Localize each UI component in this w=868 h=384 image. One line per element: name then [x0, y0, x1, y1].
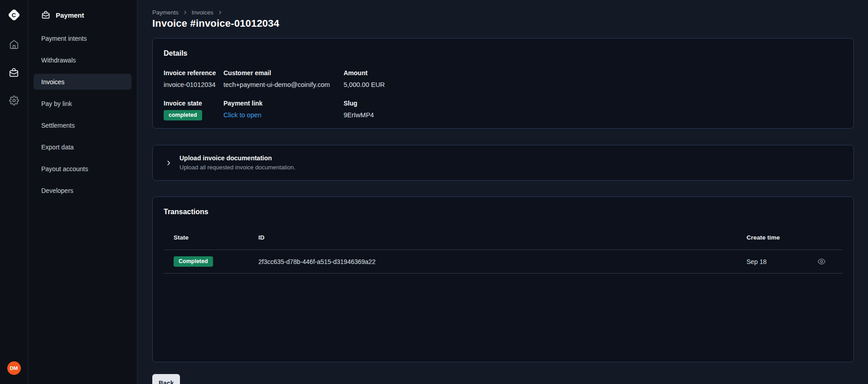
transaction-state-badge: Completed — [174, 256, 213, 267]
briefcase-icon — [9, 67, 19, 78]
field-label: Slug — [344, 100, 843, 107]
field-slug: Slug 9ErIwMP4 — [344, 100, 843, 120]
rail-nav — [8, 39, 20, 106]
chevron-right-icon — [218, 10, 223, 15]
sidebar: Payment Payment intents Withdrawals Invo… — [28, 0, 137, 384]
transaction-state-cell: Completed — [164, 256, 258, 267]
sidebar-item-export-data[interactable]: Export data — [34, 139, 131, 155]
payment-link[interactable]: Click to open — [223, 111, 344, 119]
transactions-card: Transactions State ID Create time Comple… — [152, 197, 854, 362]
breadcrumb-item-invoices[interactable]: Invoices — [192, 9, 213, 16]
page-title: Invoice #invoice-01012034 — [152, 18, 854, 29]
upload-title: Upload invoice documentation — [179, 154, 296, 162]
sidebar-item-payout-accounts[interactable]: Payout accounts — [34, 161, 131, 177]
upload-documentation-card[interactable]: Upload invoice documentation Upload all … — [152, 145, 854, 181]
breadcrumb-item-payments[interactable]: Payments — [152, 9, 179, 16]
table-header-row: State ID Create time — [164, 234, 843, 250]
sidebar-item-developers[interactable]: Developers — [34, 182, 131, 198]
rail-item-payment[interactable] — [8, 67, 20, 78]
sidebar-item-withdrawals[interactable]: Withdrawals — [34, 52, 131, 68]
field-label: Customer email — [223, 69, 344, 77]
gear-icon — [9, 96, 19, 106]
transactions-card-title: Transactions — [164, 208, 843, 216]
sidebar-item-settlements[interactable]: Settlements — [34, 117, 131, 133]
field-payment-link: Payment link Click to open — [223, 100, 344, 120]
field-label: Payment link — [223, 100, 344, 107]
field-value: tech+payment-ui-demo@coinify.com — [223, 81, 344, 89]
sidebar-item-pay-by-link[interactable]: Pay by link — [34, 96, 131, 111]
field-label: Invoice state — [164, 100, 223, 107]
details-card-title: Details — [164, 49, 843, 58]
briefcase-icon — [41, 10, 50, 19]
back-button[interactable]: Back — [152, 374, 180, 384]
sidebar-section-title: Payment — [56, 11, 84, 19]
icon-rail: C DM — [0, 0, 28, 384]
field-customer-email: Customer email tech+payment-ui-demo@coin… — [223, 69, 344, 89]
details-card: Details Invoice reference invoice-010120… — [152, 38, 854, 129]
rail-item-settings[interactable] — [8, 95, 20, 106]
column-header-id: ID — [258, 234, 737, 241]
invoice-state-badge: completed — [164, 110, 202, 120]
home-icon — [9, 39, 19, 49]
transaction-create-time-cell: Sep 18 — [737, 258, 814, 265]
field-invoice-reference: Invoice reference invoice-01012034 — [164, 69, 223, 89]
breadcrumb: Payments Invoices — [152, 9, 854, 16]
upload-subtitle: Upload all requested invoice documentati… — [179, 164, 296, 171]
field-value: 9ErIwMP4 — [344, 111, 843, 119]
upload-text: Upload invoice documentation Upload all … — [179, 154, 296, 171]
transaction-id-cell: 2f3cc635-d78b-446f-a515-d31946369a22 — [258, 258, 737, 265]
sidebar-nav: Payment intents Withdrawals Invoices Pay… — [28, 30, 137, 198]
field-invoice-state: Invoice state completed — [164, 100, 223, 120]
view-transaction-button[interactable] — [814, 254, 829, 269]
main-content: Payments Invoices Invoice #invoice-01012… — [137, 0, 868, 384]
field-value: invoice-01012034 — [164, 81, 223, 89]
details-grid: Invoice reference invoice-01012034 Custo… — [164, 69, 843, 120]
field-amount: Amount 5,000.00 EUR — [344, 69, 843, 89]
chevron-right-icon — [165, 160, 172, 166]
rail-item-home[interactable] — [8, 39, 20, 50]
field-label: Amount — [344, 69, 843, 77]
column-header-state: State — [164, 234, 258, 241]
field-label: Invoice reference — [164, 69, 223, 77]
table-row[interactable]: Completed 2f3cc635-d78b-446f-a515-d31946… — [164, 250, 843, 274]
chevron-right-icon — [183, 10, 188, 15]
coinify-logo[interactable]: C — [7, 9, 20, 21]
avatar[interactable]: DM — [7, 361, 21, 375]
sidebar-item-invoices[interactable]: Invoices — [34, 74, 131, 90]
transactions-table: State ID Create time Completed 2f3cc635-… — [164, 234, 843, 274]
field-value: 5,000.00 EUR — [344, 81, 843, 89]
eye-icon — [818, 258, 825, 265]
sidebar-item-payment-intents[interactable]: Payment intents — [34, 30, 131, 46]
transaction-actions-cell — [814, 254, 843, 269]
sidebar-header: Payment — [28, 0, 137, 19]
column-header-create-time: Create time — [737, 234, 814, 241]
